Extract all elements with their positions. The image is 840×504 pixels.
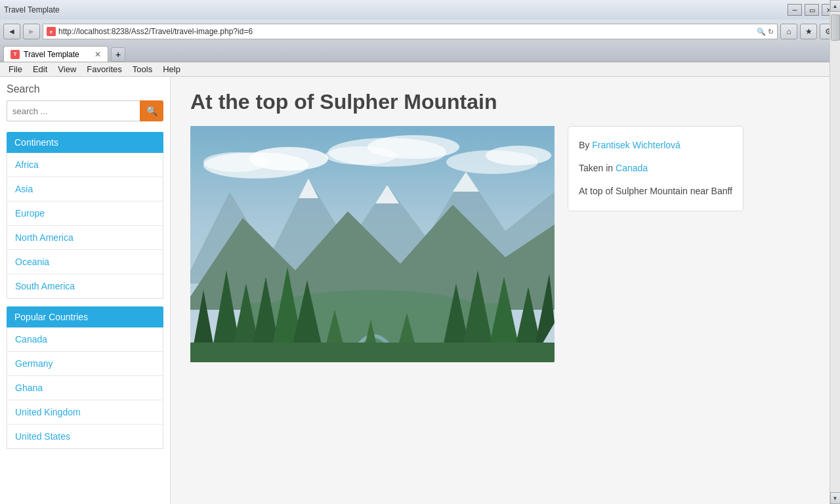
back-button[interactable]: ◄: [3, 24, 20, 39]
menu-edit[interactable]: Edit: [28, 64, 52, 75]
taken-location: Canada: [616, 163, 648, 173]
active-tab[interactable]: T Travel Template ✕: [3, 46, 108, 62]
minimize-button[interactable]: ─: [788, 4, 802, 16]
countries-header: Popular Countries: [7, 306, 163, 327]
country-germany[interactable]: Germany: [7, 352, 163, 376]
menu-tools[interactable]: Tools: [127, 64, 158, 75]
country-uk[interactable]: United Kingdom: [7, 400, 163, 425]
svg-point-3: [203, 152, 269, 172]
author-line: By Frantisek Wichterlová: [579, 137, 732, 154]
continents-list: Africa Asia Europe North America Oceania…: [7, 153, 163, 299]
menu-view[interactable]: View: [52, 64, 81, 75]
address-bar[interactable]: e http://localhost:8238/Ass2/Travel/trav…: [43, 24, 778, 39]
continents-header: Continents: [7, 132, 163, 153]
browser-chrome: Travel Template ─ ▭ ✕ ◄ ► e http://local…: [0, 0, 840, 62]
info-card: By Frantisek Wichterlová Taken in Canada…: [568, 126, 744, 211]
title-bar: Travel Template ─ ▭ ✕: [0, 0, 840, 20]
author-link[interactable]: Frantisek Wichterlová: [592, 140, 681, 150]
taken-line: Taken in Canada: [579, 160, 732, 177]
favorites-button[interactable]: ★: [800, 24, 817, 39]
svg-rect-30: [190, 343, 555, 362]
country-us[interactable]: United States: [7, 425, 163, 448]
country-ghana[interactable]: Ghana: [7, 376, 163, 400]
description-line: At top of Sulpher Mountain near Banff: [579, 183, 732, 200]
sidebar: Search 🔍 Continents Africa Asia Europe N…: [0, 77, 171, 504]
search-address-icon[interactable]: 🔍: [757, 28, 766, 36]
countries-section: Popular Countries Canada Germany Ghana U…: [7, 306, 163, 449]
author-name: Frantisek Wichterlová: [592, 140, 681, 150]
continent-europe[interactable]: Europe: [7, 201, 163, 226]
svg-point-6: [325, 146, 397, 165]
country-canada[interactable]: Canada: [7, 327, 163, 352]
search-icon: 🔍: [146, 106, 158, 116]
nav-bar: ◄ ► e http://localhost:8238/Ass2/Travel/…: [0, 20, 840, 43]
browser-title: Travel Template: [4, 5, 60, 14]
menu-help[interactable]: Help: [158, 64, 186, 75]
tab-close-button[interactable]: ✕: [94, 50, 101, 59]
content-body: By Frantisek Wichterlová Taken in Canada…: [190, 126, 820, 362]
search-title: Search: [7, 83, 163, 95]
tab-bar: T Travel Template ✕ +: [0, 43, 840, 62]
menu-favorites[interactable]: Favorites: [81, 64, 127, 75]
search-input[interactable]: [7, 100, 140, 121]
scroll-down-button[interactable]: ▼: [830, 492, 841, 504]
main-image: [190, 126, 555, 362]
page-title: At the top of Sulpher Mountain: [190, 90, 820, 114]
continent-north-america[interactable]: North America: [7, 226, 163, 250]
new-tab-button[interactable]: +: [111, 47, 125, 62]
home-button[interactable]: ⌂: [780, 24, 797, 39]
continent-south-america[interactable]: South America: [7, 274, 163, 298]
forward-button[interactable]: ►: [23, 24, 40, 39]
refresh-icon[interactable]: ↻: [768, 28, 774, 36]
continents-section: Continents Africa Asia Europe North Amer…: [7, 132, 163, 299]
taken-prefix: Taken in: [579, 163, 616, 173]
continent-africa[interactable]: Africa: [7, 153, 163, 177]
tab-favicon: T: [10, 50, 20, 59]
address-icons: 🔍 ↻: [757, 28, 774, 36]
search-bar: 🔍: [7, 100, 163, 121]
mountain-landscape-svg: [190, 126, 555, 362]
countries-list: Canada Germany Ghana United Kingdom Unit…: [7, 327, 163, 449]
window-controls: ─ ▭ ✕: [788, 4, 836, 16]
address-text: http://localhost:8238/Ass2/Travel/travel…: [58, 27, 757, 36]
menu-file[interactable]: File: [3, 64, 28, 75]
maximize-button[interactable]: ▭: [805, 4, 819, 16]
right-scrollbar: ▲ ▼: [830, 77, 840, 504]
search-section: Search 🔍: [7, 83, 163, 121]
continent-oceania[interactable]: Oceania: [7, 250, 163, 274]
page-favicon: e: [47, 27, 56, 36]
svg-point-8: [486, 146, 551, 165]
page-content: Search 🔍 Continents Africa Asia Europe N…: [0, 77, 840, 504]
search-button[interactable]: 🔍: [140, 100, 163, 121]
menubar: File Edit View Favorites Tools Help: [0, 62, 840, 77]
location-link[interactable]: Canada: [616, 163, 648, 173]
author-prefix: By: [579, 140, 592, 150]
main-content: At the top of Sulpher Mountain: [171, 77, 840, 504]
tab-title: Travel Template: [24, 50, 79, 59]
continent-asia[interactable]: Asia: [7, 177, 163, 201]
